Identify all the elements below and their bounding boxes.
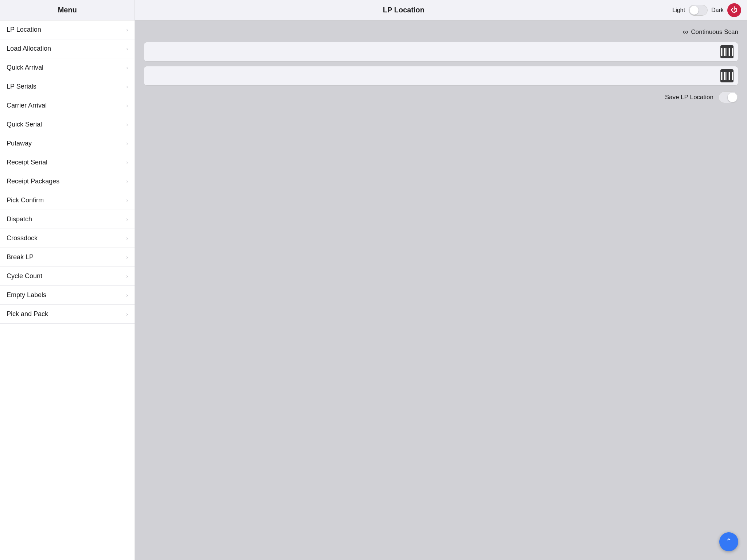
infinity-icon: ∞	[683, 28, 688, 36]
right-panel: ∞ Continuous Scan	[135, 20, 747, 560]
sidebar-item-label-load-allocation: Load Allocation	[7, 45, 51, 52]
sidebar-item-label-receipt-serial: Receipt Serial	[7, 159, 47, 166]
barcode-lines-2	[721, 72, 733, 80]
barcode-line	[732, 48, 733, 56]
barcode-line	[727, 72, 727, 80]
toggle-knob	[690, 6, 698, 15]
barcode-line	[725, 48, 726, 56]
save-lp-label: Save LP Location	[665, 94, 713, 101]
barcode-icon-1	[720, 45, 734, 58]
barcode-line	[724, 48, 725, 56]
barcode-line	[725, 72, 726, 80]
barcode-line	[731, 48, 731, 56]
page-title: LP Location	[383, 6, 425, 14]
chevron-right-icon-quick-serial: ›	[126, 121, 128, 128]
chevron-up-icon: ⌃	[725, 538, 732, 546]
sidebar-item-carrier-arrival[interactable]: Carrier Arrival›	[0, 96, 135, 115]
sidebar-item-label-break-lp: Break LP	[7, 253, 34, 261]
chevron-right-icon-crossdock: ›	[126, 235, 128, 242]
sidebar-item-label-pick-and-pack: Pick and Pack	[7, 310, 48, 318]
chevron-right-icon-lp-location: ›	[126, 27, 128, 33]
chevron-right-icon-putaway: ›	[126, 140, 128, 147]
barcode-line	[728, 72, 728, 80]
sidebar-item-label-dispatch: Dispatch	[7, 215, 32, 223]
barcode-line	[724, 72, 725, 80]
continuous-scan-label: Continuous Scan	[691, 28, 738, 36]
sidebar-item-quick-arrival[interactable]: Quick Arrival›	[0, 58, 135, 77]
barcode-line	[728, 48, 728, 56]
barcode-line	[723, 72, 723, 80]
chevron-right-icon-load-allocation: ›	[126, 46, 128, 52]
sidebar-item-lp-serials[interactable]: LP Serials›	[0, 77, 135, 96]
sidebar-item-label-carrier-arrival: Carrier Arrival	[7, 102, 47, 109]
chevron-right-icon-pick-confirm: ›	[126, 197, 128, 204]
save-lp-toggle[interactable]	[719, 92, 738, 103]
sidebar-item-receipt-packages[interactable]: Receipt Packages›	[0, 172, 135, 191]
sidebar-item-dispatch[interactable]: Dispatch›	[0, 210, 135, 229]
dark-theme-label: Dark	[711, 7, 724, 13]
sidebar-item-break-lp[interactable]: Break LP›	[0, 248, 135, 267]
sidebar-item-label-lp-serials: LP Serials	[7, 83, 36, 90]
barcode-line	[731, 72, 731, 80]
chevron-right-icon-dispatch: ›	[126, 216, 128, 223]
power-button[interactable]: ⏻	[727, 3, 741, 17]
chevron-right-icon-lp-serials: ›	[126, 83, 128, 90]
barcode-lines-1	[721, 48, 733, 56]
barcode-line	[721, 48, 722, 56]
sidebar-item-receipt-serial[interactable]: Receipt Serial›	[0, 153, 135, 172]
save-lp-location-row: Save LP Location	[144, 92, 738, 103]
menu-label: Menu	[58, 6, 77, 14]
scroll-top-button[interactable]: ⌃	[719, 532, 738, 551]
chevron-right-icon-receipt-packages: ›	[126, 178, 128, 185]
barcode-line	[723, 48, 723, 56]
sidebar-item-putaway[interactable]: Putaway›	[0, 134, 135, 153]
sidebar-item-empty-labels[interactable]: Empty Labels›	[0, 286, 135, 305]
sidebar-item-label-receipt-packages: Receipt Packages	[7, 178, 59, 185]
chevron-right-icon-break-lp: ›	[126, 254, 128, 261]
barcode-line	[732, 72, 733, 80]
header-menu-section: Menu	[0, 0, 135, 20]
chevron-right-icon-quick-arrival: ›	[126, 65, 128, 71]
input-row-1[interactable]	[144, 42, 738, 62]
sidebar-item-load-allocation[interactable]: Load Allocation›	[0, 39, 135, 58]
sidebar-item-label-lp-location: LP Location	[7, 26, 41, 34]
sidebar-item-lp-location[interactable]: LP Location›	[0, 20, 135, 39]
theme-toggle[interactable]	[689, 5, 708, 16]
sidebar-item-crossdock[interactable]: Crossdock›	[0, 229, 135, 248]
header-controls: Light Dark ⏻	[673, 3, 747, 17]
header-title-section: LP Location	[135, 6, 673, 14]
barcode-line	[729, 48, 730, 56]
sidebar-item-pick-confirm[interactable]: Pick Confirm›	[0, 191, 135, 210]
save-lp-toggle-knob	[728, 93, 737, 102]
continuous-scan-row: ∞ Continuous Scan	[144, 28, 738, 36]
sidebar-item-label-pick-confirm: Pick Confirm	[7, 197, 44, 204]
sidebar-item-label-crossdock: Crossdock	[7, 234, 38, 242]
sidebar: LP Location›Load Allocation›Quick Arriva…	[0, 20, 135, 560]
app-header: Menu LP Location Light Dark ⏻	[0, 0, 747, 20]
sidebar-item-quick-serial[interactable]: Quick Serial›	[0, 115, 135, 134]
sidebar-item-label-quick-arrival: Quick Arrival	[7, 64, 43, 71]
sidebar-item-label-putaway: Putaway	[7, 140, 32, 147]
chevron-right-icon-receipt-serial: ›	[126, 159, 128, 166]
chevron-right-icon-cycle-count: ›	[126, 273, 128, 280]
sidebar-item-label-empty-labels: Empty Labels	[7, 291, 46, 299]
barcode-icon-2	[720, 69, 734, 82]
barcode-line	[727, 48, 727, 56]
main-content: LP Location›Load Allocation›Quick Arriva…	[0, 20, 747, 560]
sidebar-item-cycle-count[interactable]: Cycle Count›	[0, 267, 135, 286]
chevron-right-icon-pick-and-pack: ›	[126, 311, 128, 318]
sidebar-item-label-quick-serial: Quick Serial	[7, 121, 42, 128]
sidebar-item-pick-and-pack[interactable]: Pick and Pack›	[0, 305, 135, 324]
barcode-line	[729, 72, 730, 80]
power-icon: ⏻	[731, 6, 738, 14]
light-theme-label: Light	[673, 7, 685, 13]
chevron-right-icon-carrier-arrival: ›	[126, 102, 128, 109]
chevron-right-icon-empty-labels: ›	[126, 292, 128, 299]
sidebar-item-label-cycle-count: Cycle Count	[7, 272, 42, 280]
input-row-2[interactable]	[144, 66, 738, 86]
barcode-line	[721, 72, 722, 80]
